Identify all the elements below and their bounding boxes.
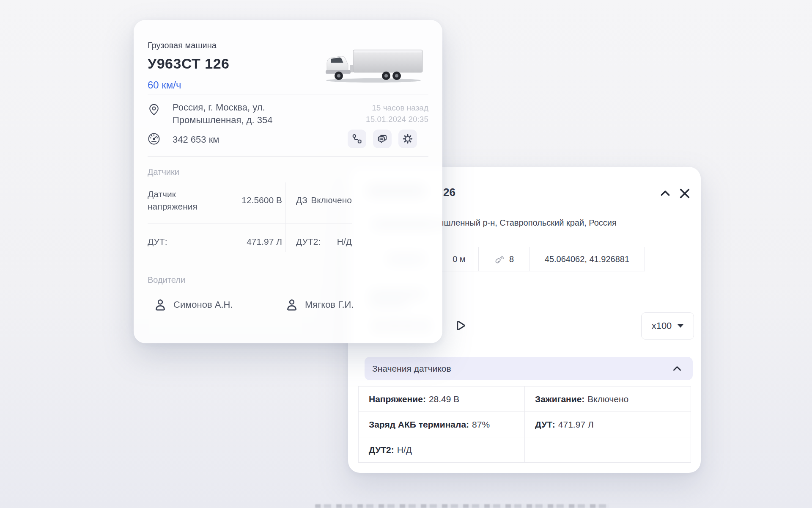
vehicle-card: Грузовая машина У963СТ 126 60 км/ч xyxy=(134,20,442,343)
route-button[interactable] xyxy=(348,130,366,148)
settings-button[interactable] xyxy=(398,130,417,148)
divider xyxy=(148,94,428,94)
driver-item: Симонов А.Н. xyxy=(153,298,233,312)
truck-image xyxy=(322,48,425,84)
divider xyxy=(276,291,276,331)
collapse-button[interactable] xyxy=(658,186,672,201)
chevron-up-icon xyxy=(672,363,683,374)
play-icon xyxy=(452,318,466,333)
dropdown-caret-icon xyxy=(678,324,683,328)
vehicle-plate: У963СТ 126 xyxy=(148,55,230,72)
timestamp: 15.01.2024 20:35 xyxy=(366,113,428,125)
person-icon xyxy=(153,298,167,312)
sensor-item-fuel2: ДУТ2: Н/Д xyxy=(296,223,352,260)
location-pin-icon xyxy=(147,103,161,116)
last-update-block: 15 часов назад 15.01.2024 20:35 xyxy=(366,102,428,125)
drivers-section-title: Водители xyxy=(148,275,185,285)
sensors-grid: Датчик напряжения 12.5600 В ДЗ Включено … xyxy=(148,177,352,260)
route-icon xyxy=(351,133,362,144)
satellite-icon xyxy=(494,254,505,265)
coordinates-cell: 45.064062, 41.926881 xyxy=(529,247,645,271)
time-ago: 15 часов назад xyxy=(366,102,428,113)
odometer-icon xyxy=(146,131,162,146)
sensor-values-table: Напряжение:28.49 В Зажигание:Включено За… xyxy=(358,386,691,463)
driver-name: Симонов А.Н. xyxy=(173,299,233,310)
settings-gear-icon xyxy=(402,133,413,144)
clipped-bottom-content xyxy=(315,504,609,508)
popup-address: ышленный р-н, Ставропольский край, Росси… xyxy=(438,218,617,228)
table-row: ДУТ2:Н/Д xyxy=(359,437,691,462)
table-cell: ДУТ2:Н/Д xyxy=(359,437,525,462)
sensors-section-title: Датчики xyxy=(148,167,179,177)
chevron-up-icon xyxy=(659,187,672,200)
vehicle-address: Россия, г. Москва, ул. Промышленная, д. … xyxy=(173,101,283,127)
driver-name: Мягков Г.И. xyxy=(305,299,354,310)
table-row: Напряжение:28.49 В Зажигание:Включено xyxy=(359,387,691,412)
altitude-value: 0 м xyxy=(453,254,465,264)
chat-icon xyxy=(377,133,388,144)
vehicle-actions xyxy=(348,130,417,148)
sensor-values-header[interactable]: Значения датчиков xyxy=(365,357,693,380)
table-cell: Напряжение:28.49 В xyxy=(359,387,525,411)
odometer-value: 342 653 км xyxy=(173,134,219,145)
table-cell: ДУТ:471.97 Л xyxy=(525,412,691,437)
person-icon xyxy=(285,298,299,312)
sensor-item-ignition: ДЗ Включено xyxy=(296,177,352,223)
close-button[interactable] xyxy=(678,186,692,201)
satellites-cell: 8 xyxy=(479,247,529,271)
sensor-item-voltage: Датчик напряжения 12.5600 В xyxy=(148,177,282,223)
play-button[interactable] xyxy=(452,318,466,333)
satellites-value: 8 xyxy=(509,254,514,264)
close-icon xyxy=(678,187,691,200)
page: 26 ышленный р-н, Ставропольский край, Ро… xyxy=(0,0,812,508)
table-cell: Зажигание:Включено xyxy=(525,387,691,411)
vehicle-type-label: Грузовая машина xyxy=(148,41,217,50)
driver-item: Мягков Г.И. xyxy=(285,298,354,312)
sensor-item-fuel1: ДУТ: 471.97 Л xyxy=(148,223,282,260)
vehicle-speed: 60 км/ч xyxy=(148,79,181,91)
table-cell: Заряд АКБ терминала:87% xyxy=(359,412,525,437)
divider xyxy=(148,156,428,157)
playback-speed-select[interactable]: x100 xyxy=(641,312,694,340)
coordinates-value: 45.064062, 41.926881 xyxy=(545,254,629,264)
table-cell xyxy=(525,437,691,462)
playback-speed-value: x100 xyxy=(652,320,672,331)
popup-title: 26 xyxy=(443,186,455,199)
altitude-cell: 0 м xyxy=(440,247,479,271)
sensor-values-title: Значения датчиков xyxy=(372,364,451,374)
chat-button[interactable] xyxy=(373,130,392,148)
table-row: Заряд АКБ терминала:87% ДУТ:471.97 Л xyxy=(359,412,691,437)
divider xyxy=(285,182,286,252)
